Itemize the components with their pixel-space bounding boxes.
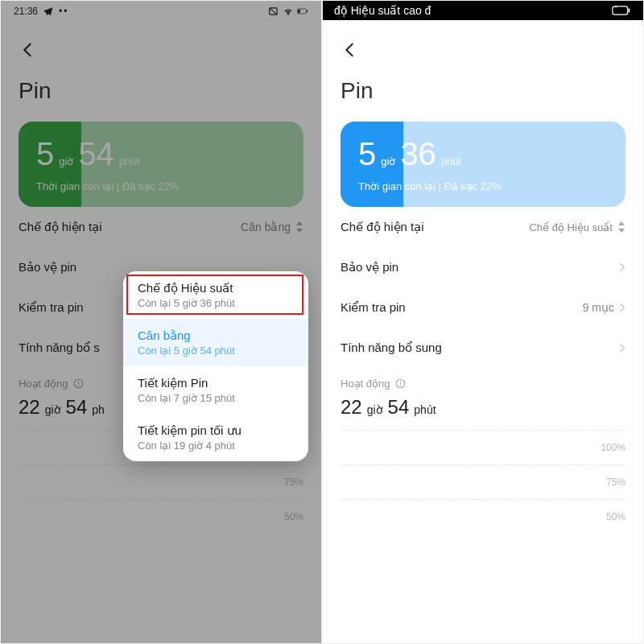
- dd-title: Cân bằng: [138, 328, 294, 343]
- dd-title: Tiết kiệm pin tối ưu: [138, 423, 294, 438]
- activity-hunit: giờ: [45, 403, 61, 416]
- row-check-pin[interactable]: Kiểm tra pin 9 mục: [323, 287, 643, 328]
- pct-line-50: 50%: [19, 499, 303, 534]
- chevron: [619, 262, 625, 273]
- check-value-text: 9 mục: [583, 301, 614, 314]
- updown-icon: [295, 221, 303, 233]
- dropdown-item-balanced[interactable]: Cân bằng Còn lại 5 giờ 54 phút: [123, 319, 308, 366]
- status-left: 21:36 ••: [14, 6, 68, 17]
- pct-line-75: 75%: [19, 464, 303, 499]
- row-label: Chế độ hiện tại: [19, 220, 102, 234]
- pct-line-100: 100%: [341, 430, 625, 464]
- page-title: Pin: [323, 64, 643, 122]
- chevron: [619, 342, 625, 353]
- pct-line-50: 50%: [341, 499, 625, 534]
- status-bar: 21:36 ••: [1, 1, 321, 20]
- battery-time: 5 giờ 54 phút: [36, 136, 286, 172]
- back-icon[interactable]: [341, 41, 625, 59]
- section-label-text: Hoạt động: [341, 378, 390, 390]
- pct-lines: 100% 75% 50%: [323, 430, 643, 534]
- pct-line-75: 75%: [341, 464, 625, 499]
- row-label: Kiểm tra pin: [19, 300, 84, 315]
- svg-rect-3: [307, 10, 308, 13]
- battery-subtitle: Thời gian còn lại | Đã sạc 22%: [358, 180, 608, 192]
- wifi-icon: [283, 6, 294, 17]
- battery-time: 5 giờ 36 phút: [358, 136, 608, 172]
- svg-rect-6: [629, 8, 630, 12]
- dropdown-item-performance[interactable]: Chế độ Hiệu suất Còn lại 5 giờ 36 phút: [123, 271, 308, 319]
- battery-hours-unit: giờ: [59, 155, 73, 167]
- row-label: Bảo vệ pin: [19, 260, 76, 275]
- row-label: Kiểm tra pin: [341, 300, 406, 315]
- battery-card[interactable]: 5 giờ 54 phút Thời gian còn lại | Đã sạc…: [19, 122, 303, 207]
- back-row: [1, 20, 321, 64]
- dropdown-item-ultra-saver[interactable]: Tiết kiệm pin tối ưu Còn lại 19 giờ 4 ph…: [123, 414, 308, 461]
- battery-hours-unit: giờ: [381, 155, 395, 167]
- activity-time: 22 giờ 54 phút: [323, 393, 643, 430]
- mode-value-text: Cân bằng: [241, 221, 291, 233]
- battery-hours: 5: [36, 136, 54, 172]
- battery-mins-unit: phút: [441, 155, 461, 167]
- dd-title: Tiết kiệm Pin: [138, 376, 294, 390]
- battery-mins: 54: [78, 136, 114, 172]
- info-icon[interactable]: [73, 378, 84, 389]
- battery-mins-unit: phút: [119, 155, 139, 167]
- activity-hours: 22: [19, 396, 40, 419]
- battery-hours: 5: [358, 136, 376, 172]
- activity-hours: 22: [341, 396, 362, 419]
- info-icon[interactable]: [395, 378, 406, 389]
- row-label: Bảo vệ pin: [341, 260, 398, 275]
- back-icon[interactable]: [19, 41, 303, 59]
- row-label: Chế độ hiện tại: [341, 220, 424, 234]
- row-current-mode[interactable]: Chế độ hiện tại Chế độ Hiệu suất: [323, 207, 643, 247]
- status-right: [268, 6, 308, 17]
- row-value: Cân bằng: [241, 221, 303, 233]
- dd-title: Chế độ Hiệu suất: [138, 281, 294, 295]
- dd-sub: Còn lại 5 giờ 36 phút: [138, 297, 294, 309]
- status-time: 21:36: [14, 6, 38, 17]
- dots-icon: ••: [59, 6, 68, 17]
- battery-mins: 36: [400, 136, 436, 172]
- activity-mins: 54: [388, 396, 410, 419]
- battery-outline-icon: [611, 6, 632, 15]
- row-current-mode[interactable]: Chế độ hiện tại Cân bằng: [1, 207, 321, 247]
- row-label: Tính năng bổ sung: [341, 341, 442, 355]
- dd-sub: Còn lại 5 giờ 54 phút: [138, 345, 294, 357]
- svg-rect-5: [613, 6, 628, 14]
- dropdown-item-saver[interactable]: Tiết kiệm Pin Còn lại 7 giờ 15 phút: [123, 366, 308, 414]
- updown-icon: [617, 221, 625, 233]
- activity-hunit: giờ: [367, 403, 383, 416]
- section-activity: Hoạt động: [323, 368, 643, 393]
- battery-card[interactable]: 5 giờ 36 phút Thời gian còn lại | Đã sạc…: [341, 122, 625, 207]
- telegram-icon: [43, 6, 54, 17]
- row-protect-pin[interactable]: Bảo vệ pin: [323, 247, 643, 287]
- activity-munit: phút: [414, 403, 436, 416]
- dd-sub: Còn lại 19 giờ 4 phút: [138, 440, 294, 452]
- battery-icon: [297, 6, 308, 17]
- top-strip-text: độ Hiệu suất cao đ: [334, 4, 431, 17]
- row-label: Tính năng bổ s: [19, 341, 100, 355]
- back-row: [323, 20, 643, 64]
- row-extra-features[interactable]: Tính năng bổ sung: [323, 328, 643, 368]
- mode-value-text: Chế độ Hiệu suất: [529, 221, 613, 233]
- airplane-off-icon: [268, 6, 279, 17]
- battery-subtitle: Thời gian còn lại | Đã sạc 22%: [36, 180, 286, 192]
- screen-left: 21:36 •• Pin 5 giờ 54 ph: [0, 0, 322, 644]
- activity-munit: ph: [92, 403, 105, 416]
- section-label-text: Hoạt động: [19, 378, 68, 390]
- activity-mins: 54: [66, 396, 88, 419]
- row-value: 9 mục: [583, 301, 625, 314]
- svg-rect-2: [298, 10, 300, 14]
- top-strip: độ Hiệu suất cao đ: [323, 1, 643, 20]
- page-title: Pin: [1, 64, 321, 122]
- screen-right: độ Hiệu suất cao đ Pin 5 giờ 36 phút Thờ…: [322, 0, 644, 644]
- dd-sub: Còn lại 7 giờ 15 phút: [138, 392, 294, 404]
- mode-dropdown: Chế độ Hiệu suất Còn lại 5 giờ 36 phút C…: [123, 271, 308, 461]
- row-value: Chế độ Hiệu suất: [529, 221, 625, 233]
